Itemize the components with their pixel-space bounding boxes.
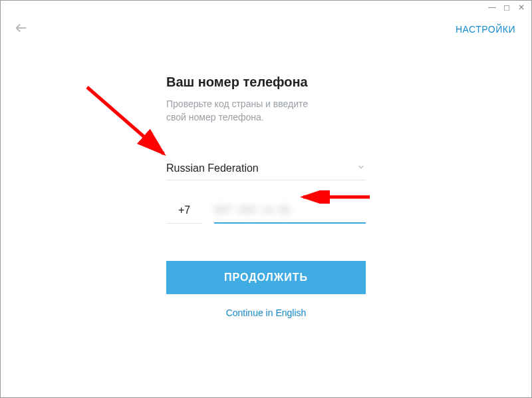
country-code-input[interactable] — [166, 200, 202, 224]
back-arrow-icon[interactable] — [14, 21, 29, 38]
phone-number-input[interactable]: 987 390 14 08 — [214, 200, 366, 224]
chevron-down-icon — [356, 162, 366, 174]
minimize-button[interactable]: — — [487, 3, 497, 12]
settings-link[interactable]: НАСТРОЙКИ — [456, 24, 515, 35]
close-button[interactable]: ✕ — [517, 3, 526, 12]
subtitle-line-2: свой номер телефона. — [166, 112, 264, 122]
continue-in-english-link[interactable]: Continue in English — [166, 307, 366, 318]
continue-button[interactable]: ПРОДОЛЖИТЬ — [166, 261, 366, 294]
page-subtitle: Проверьте код страны и введите свой номе… — [166, 98, 366, 124]
window-titlebar: — ◻ ✕ — [1, 1, 531, 14]
country-select[interactable]: Russian Federation — [166, 162, 366, 180]
country-name: Russian Federation — [166, 162, 259, 174]
phone-number-masked: 987 390 14 08 — [214, 204, 291, 216]
svg-line-1 — [87, 87, 164, 154]
page-title: Ваш номер телефона — [166, 75, 366, 90]
subtitle-line-1: Проверьте код страны и введите — [166, 99, 308, 109]
maximize-button[interactable]: ◻ — [502, 3, 511, 12]
